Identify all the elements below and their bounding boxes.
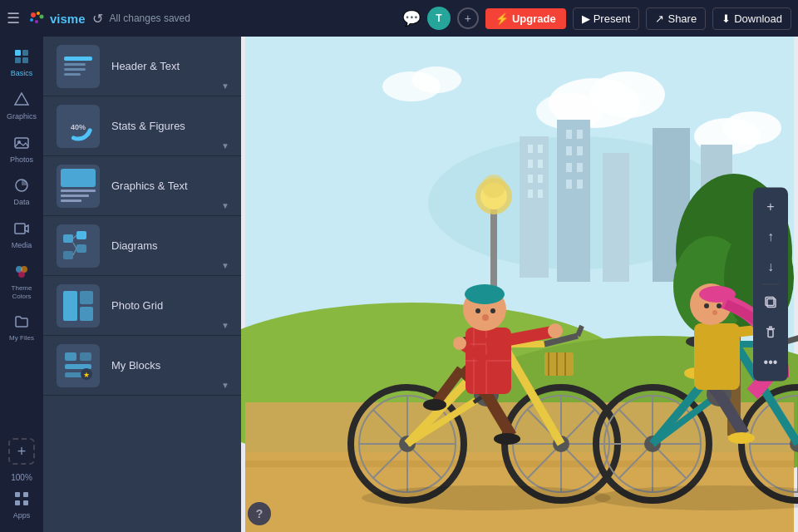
svg-point-164 — [712, 310, 717, 315]
svg-point-4 — [35, 20, 38, 23]
sidebar-item-my-files-label: My Files — [9, 334, 34, 342]
toolbar-divider — [762, 284, 779, 285]
svg-rect-60 — [577, 146, 583, 155]
svg-point-115 — [494, 433, 520, 445]
header-text-label: Header & Text — [111, 60, 228, 72]
sidebar-item-media[interactable]: Media — [3, 215, 40, 255]
panel-item-photo-grid[interactable]: Photo Grid ▼ — [43, 276, 241, 336]
visme-logo: visme — [27, 8, 86, 28]
sidebar-item-basics-label: Basics — [11, 69, 33, 78]
comment-button[interactable]: 💬 — [402, 9, 421, 27]
svg-rect-8 — [22, 57, 28, 63]
diagrams-icon — [60, 228, 96, 264]
sidebar-item-graphics[interactable]: Graphics — [3, 86, 40, 126]
svg-rect-19 — [23, 492, 28, 497]
icon-sidebar: Basics Graphics Photos Data Media — [0, 37, 43, 532]
share-label: Share — [667, 12, 697, 25]
panel-item-header-text[interactable]: Header & Text ▼ — [43, 37, 241, 96]
panel-item-stats[interactable]: 40% Stats & Figures ▼ — [43, 96, 241, 156]
sidebar-item-data[interactable]: Data — [3, 172, 40, 212]
my-blocks-label: My Blocks — [111, 359, 228, 372]
svg-rect-21 — [23, 500, 28, 505]
share-button[interactable]: ↗ Share — [646, 7, 706, 30]
header-text-icon-box — [57, 45, 100, 88]
topbar-left: ☰ visme ↺ All changes saved — [7, 8, 396, 28]
add-section-button[interactable]: + — [756, 193, 785, 221]
present-button[interactable]: ▶ Present — [573, 7, 640, 30]
svg-rect-53 — [538, 175, 543, 183]
svg-rect-28 — [63, 251, 73, 259]
graphics-text-icon-box — [57, 165, 100, 208]
panel-item-diagrams[interactable]: Diagrams ▼ — [43, 216, 241, 276]
visme-logo-icon — [27, 8, 47, 28]
svg-rect-55 — [538, 190, 543, 198]
panel-item-my-blocks[interactable]: ★ My Blocks ▼ — [43, 336, 241, 396]
canvas-area[interactable]: + ↑ ↓ ••• ? — [241, 37, 798, 532]
svg-rect-73 — [245, 461, 794, 467]
svg-point-116 — [423, 399, 446, 411]
svg-rect-6 — [22, 50, 28, 56]
svg-line-29 — [73, 235, 76, 239]
download-label: Download — [734, 12, 782, 25]
svg-point-1 — [37, 12, 40, 15]
svg-point-163 — [717, 303, 722, 308]
basics-icon — [13, 48, 30, 67]
svg-rect-58 — [577, 130, 583, 139]
svg-rect-57 — [566, 130, 572, 139]
sidebar-item-data-label: Data — [13, 198, 29, 207]
svg-point-162 — [704, 303, 709, 308]
svg-line-30 — [73, 243, 76, 249]
add-widget-button[interactable]: + — [8, 438, 35, 465]
svg-rect-59 — [566, 146, 572, 155]
sidebar-item-theme-colors[interactable]: Theme Colors — [3, 259, 40, 305]
download-button[interactable]: ⬇ Download — [712, 7, 791, 30]
duplicate-button[interactable] — [756, 288, 785, 317]
zoom-level: 100% — [11, 473, 32, 482]
canvas-illustration — [241, 37, 798, 532]
move-up-button[interactable]: ↑ — [756, 223, 785, 251]
share-icon: ↗ — [655, 12, 664, 25]
my-blocks-chevron: ▼ — [221, 381, 229, 390]
sidebar-item-apps[interactable]: Apps — [3, 485, 40, 525]
svg-rect-51 — [538, 160, 543, 168]
svg-point-45 — [411, 66, 461, 93]
diagrams-chevron: ▼ — [221, 261, 229, 270]
menu-button[interactable]: ☰ — [7, 9, 20, 27]
svg-point-165 — [362, 485, 611, 510]
add-collaborator-button[interactable]: + — [457, 7, 479, 29]
svg-rect-61 — [566, 163, 572, 172]
upgrade-button[interactable]: ⚡ Upgrade — [485, 8, 566, 29]
help-button[interactable]: ? — [248, 502, 271, 525]
delete-button[interactable] — [756, 318, 785, 347]
svg-rect-47 — [520, 136, 549, 278]
svg-rect-25 — [63, 234, 73, 243]
svg-point-124 — [548, 323, 563, 338]
svg-marker-14 — [25, 225, 28, 232]
sidebar-item-basics[interactable]: Basics — [3, 43, 40, 83]
svg-rect-169 — [768, 330, 773, 337]
undo-button[interactable]: ↺ — [92, 11, 103, 27]
graphics-text-chevron: ▼ — [221, 201, 229, 210]
sidebar-item-photos[interactable]: Photos — [3, 130, 40, 170]
svg-point-2 — [40, 15, 44, 19]
sidebar-item-graphics-label: Graphics — [7, 112, 37, 121]
move-down-button[interactable]: ↓ — [756, 253, 785, 281]
saved-status: All changes saved — [110, 12, 190, 24]
svg-rect-54 — [528, 190, 533, 198]
sidebar-item-apps-label: Apps — [13, 511, 31, 520]
more-options-button[interactable]: ••• — [756, 348, 785, 377]
graphics-text-label: Graphics & Text — [111, 180, 228, 192]
sidebar-item-media-label: Media — [12, 241, 32, 250]
svg-point-128 — [475, 308, 480, 313]
svg-rect-65 — [603, 153, 629, 282]
svg-rect-63 — [566, 180, 572, 189]
panel-item-graphics-text[interactable]: Graphics & Text ▼ — [43, 156, 241, 216]
svg-rect-26 — [76, 231, 86, 239]
photo-grid-chevron: ▼ — [221, 321, 229, 330]
photos-icon — [13, 135, 30, 154]
sidebar-item-my-files[interactable]: My Files — [3, 308, 40, 347]
topbar-right: 💬 T + ⚡ Upgrade ▶ Present ↗ Share ⬇ Down… — [402, 7, 791, 30]
svg-rect-34 — [65, 364, 91, 369]
svg-rect-33 — [80, 352, 91, 361]
svg-rect-5 — [15, 50, 21, 56]
